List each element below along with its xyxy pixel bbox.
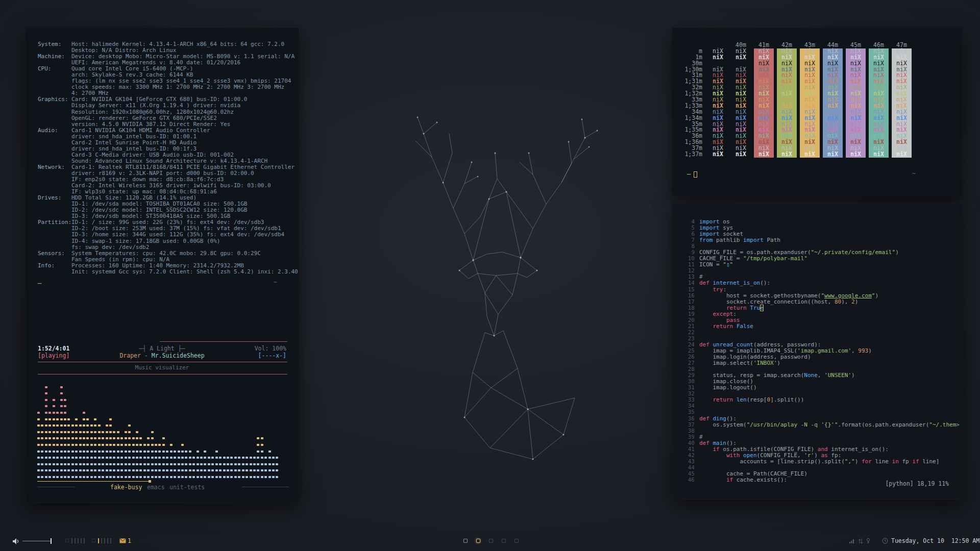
viz-dot <box>83 437 85 439</box>
viz-dot <box>264 463 267 465</box>
code-token <box>733 396 737 403</box>
viz-dot <box>83 431 85 433</box>
player-divider-top <box>160 341 287 342</box>
viz-dot <box>253 463 256 465</box>
viz-dot <box>158 457 161 459</box>
indicator-bar-active <box>98 538 99 543</box>
sysinfo-text: System Temperatures: cpu: 42.0C mobo: 29… <box>71 251 261 257</box>
viz-dot <box>230 476 233 478</box>
viz-dot <box>79 437 82 439</box>
sysinfo-text: ID-3: /home size: 344G used: 112G (35%) … <box>71 232 284 238</box>
line-number: 15 <box>684 287 695 293</box>
viz-dot <box>113 450 115 453</box>
indicator-grid-icon[interactable] <box>65 539 69 542</box>
viz-dot <box>102 437 104 439</box>
viz-dot <box>41 424 43 427</box>
viz-dot <box>71 450 74 453</box>
tab-unit-tests[interactable]: unit-tests <box>169 484 205 491</box>
tab-emacs[interactable]: emacs <box>147 484 165 491</box>
viz-dot <box>257 463 259 465</box>
code-token: 993 <box>858 347 868 354</box>
viz-dot <box>208 476 210 478</box>
viz-dot <box>238 469 240 471</box>
code-token: with <box>726 452 740 459</box>
network-signal-icon[interactable] <box>849 539 854 543</box>
viz-dot <box>37 457 40 459</box>
viz-dot <box>136 457 138 459</box>
volume-bar[interactable]: [----x-] <box>258 352 286 359</box>
viz-dot <box>215 476 218 478</box>
viz-dot <box>238 457 240 459</box>
code-token: imap.close() <box>699 378 753 385</box>
location-pin-icon[interactable] <box>866 538 870 544</box>
code-token: os.system( <box>699 421 747 428</box>
workspace-3[interactable] <box>489 539 493 543</box>
viz-dot <box>48 424 51 427</box>
viz-dot <box>147 444 150 446</box>
code-token: > <box>956 421 960 428</box>
viz-dot <box>158 450 161 453</box>
viz-dot <box>98 424 101 427</box>
viz-dot <box>197 476 199 478</box>
viz-dot <box>86 444 89 446</box>
traffic-updown-icon[interactable] <box>858 538 863 544</box>
code-token <box>709 440 713 446</box>
viz-dot <box>90 437 93 439</box>
code-token: try <box>713 286 723 293</box>
viz-dot <box>185 457 187 459</box>
viz-dot <box>185 450 187 453</box>
code-token: ▯ <box>726 261 730 268</box>
viz-dot <box>37 469 40 471</box>
sysinfo-label <box>38 244 71 251</box>
viz-dot <box>37 424 40 427</box>
workspace-5[interactable] <box>514 539 519 543</box>
color-test-terminal[interactable]: 40m41m42m43m44m45m46m47mmniXniXniXniXniX… <box>672 28 963 196</box>
code-token: # <box>699 273 703 280</box>
viz-dot <box>60 405 63 407</box>
viz-dot <box>102 476 104 478</box>
volume-icon[interactable] <box>12 538 19 545</box>
volume-slider[interactable] <box>22 541 51 541</box>
code-token: if <box>726 477 733 483</box>
line-number: 35 <box>684 409 695 415</box>
ansi-color-table: 40m41m42m43m44m45m46m47mmniXniXniXniXniX… <box>684 42 959 158</box>
viz-dot <box>125 444 127 446</box>
grid-cell: niX <box>869 152 889 158</box>
viz-dot <box>261 444 263 446</box>
viz-dot <box>208 457 210 459</box>
viz-dot <box>109 469 112 471</box>
code-token: ) <box>868 347 872 354</box>
system-info-terminal[interactable]: System:Host: halimede Kernel: 4.13.4-1-A… <box>25 28 299 503</box>
viz-dot <box>155 444 157 446</box>
workspace-2[interactable] <box>476 539 480 543</box>
viz-dot <box>166 457 168 459</box>
tab-fake-busy[interactable]: fake-busy <box>110 484 142 491</box>
indicator-grid-icon[interactable] <box>92 539 95 542</box>
volume-slider-handle[interactable] <box>51 538 52 544</box>
code-token: (CONFIG_FILE, <box>757 452 804 459</box>
viz-dot <box>83 412 85 414</box>
code-token: " <box>723 261 726 268</box>
workspace-1[interactable] <box>463 539 468 543</box>
viz-dot <box>147 457 150 459</box>
code-line: 27 imap.select('INBOX') <box>684 360 959 366</box>
mail-icon[interactable] <box>119 538 126 543</box>
viz-dot <box>37 418 40 420</box>
viz-dot <box>174 450 176 453</box>
indicator-bar <box>101 538 102 543</box>
mail-unread-count[interactable]: 1 <box>128 537 131 544</box>
vim-editor-terminal[interactable]: 4import os5import sys6import socket7from… <box>672 203 963 500</box>
grid-row: 1;37mniXniXniXniXniXniXniXniXniX <box>684 152 959 158</box>
sysinfo-label <box>38 84 71 90</box>
viz-dot <box>106 463 108 465</box>
viz-dot <box>64 476 66 478</box>
viz-dot <box>45 437 47 439</box>
viz-dot <box>125 463 127 465</box>
workspace-4[interactable] <box>502 539 506 543</box>
viz-dot <box>60 463 63 465</box>
sysinfo-label <box>38 207 71 213</box>
viz-dot <box>132 457 135 459</box>
viz-dot <box>246 463 248 465</box>
viz-dot <box>208 463 210 465</box>
code-token: return <box>713 323 733 330</box>
